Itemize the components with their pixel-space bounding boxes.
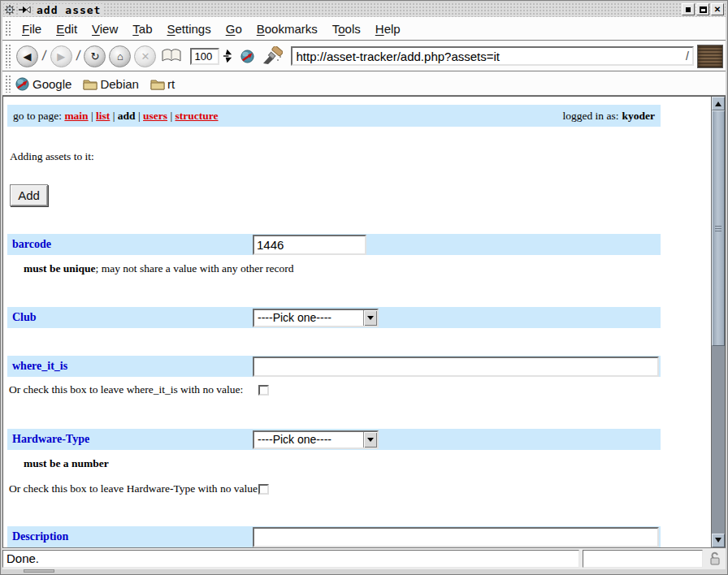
pin-icon[interactable]	[19, 4, 31, 15]
menu-settings[interactable]: Settings	[159, 18, 218, 40]
stop-button[interactable]: ✕	[134, 45, 156, 67]
bookmark-label: Google	[32, 77, 72, 91]
back-button[interactable]: ◀	[16, 45, 38, 67]
paintbrush-icon[interactable]	[262, 46, 283, 66]
zoom-level-value: 100	[194, 50, 212, 63]
url-dropdown-slash: /	[686, 50, 689, 63]
home-icon: ⌂	[117, 50, 124, 63]
field-label: Hardware-Type	[12, 433, 89, 446]
field-label: Club	[12, 311, 37, 324]
thumb-grip-icon	[715, 225, 722, 231]
back-icon: ◀	[24, 50, 32, 63]
html-settings-icon[interactable]	[161, 48, 182, 64]
bookmark-google[interactable]: Google	[15, 76, 72, 92]
reload-button[interactable]: ↻	[84, 45, 106, 67]
titlebar: add asset ✕	[2, 2, 726, 17]
close-icon: ✕	[714, 5, 721, 14]
statusbar: Done.	[2, 548, 726, 569]
toolbar-grip[interactable]	[5, 75, 11, 93]
browser-window: add asset ✕ FileEditViewTabSettingsGoBoo…	[0, 0, 728, 575]
close-button[interactable]: ✕	[711, 3, 724, 15]
menubar: FileEditViewTabSettingsGoBookmarksToolsH…	[2, 17, 726, 41]
forward-icon: ▶	[57, 50, 65, 63]
reload-icon: ↻	[91, 50, 100, 63]
toolbar-separator: /	[75, 48, 81, 64]
page-content: go to page: main | list | add | users | …	[3, 97, 711, 547]
menu-help[interactable]: Help	[368, 18, 408, 40]
chevron-down-icon[interactable]	[363, 310, 377, 326]
window-bottom-edge	[2, 569, 726, 573]
menu-file[interactable]: File	[15, 18, 49, 40]
menu-bookmarks[interactable]: Bookmarks	[249, 18, 325, 40]
arrow-down-icon	[715, 538, 722, 546]
field-note: must be unique; may not share a value wi…	[24, 262, 294, 275]
select-value: ----Pick one----	[254, 432, 363, 447]
home-button[interactable]: ⌂	[109, 45, 131, 67]
toolbar-separator: /	[41, 48, 48, 64]
vertical-scrollbar[interactable]	[711, 97, 725, 547]
menu-edit[interactable]: Edit	[49, 18, 84, 40]
status-aux-panel	[583, 550, 703, 568]
maximize-button[interactable]	[696, 3, 709, 15]
minimize-icon	[686, 7, 691, 12]
menu-tab[interactable]: Tab	[125, 18, 159, 40]
field-label: where_it_is	[12, 360, 67, 373]
scrollbar-thumb[interactable]	[712, 110, 725, 346]
field-note: must be a number	[24, 457, 109, 470]
where_it_is-input[interactable]	[253, 357, 659, 377]
club-select[interactable]: ----Pick one----	[253, 309, 379, 327]
bookmarks-bar: Google Debian rt	[2, 71, 726, 96]
arrow-up-icon	[715, 98, 722, 106]
zoom-level-input[interactable]: 100	[190, 48, 219, 65]
gauge-globe-icon[interactable]	[240, 49, 255, 64]
bookmark-rt[interactable]: rt	[150, 77, 175, 91]
toolbar-grip[interactable]	[5, 20, 11, 37]
stop-icon: ✕	[141, 50, 150, 63]
konqueror-logo	[697, 45, 723, 68]
chevron-down-icon[interactable]	[363, 432, 377, 447]
minimize-button[interactable]	[682, 3, 695, 15]
scroll-up-button[interactable]	[712, 97, 725, 110]
toolbar: ◀/▶/↻⌂✕ 100	[2, 41, 726, 71]
status-text: Done.	[6, 551, 39, 565]
bookmark-label: rt	[167, 77, 175, 91]
toolbar-grip[interactable]	[5, 44, 11, 68]
folder-icon	[150, 78, 165, 90]
maximize-icon	[700, 6, 707, 13]
hardware-type-select[interactable]: ----Pick one----	[253, 430, 379, 449]
menu-go[interactable]: Go	[219, 18, 249, 40]
field-label: barcode	[12, 238, 51, 251]
barcode-input[interactable]	[253, 235, 366, 255]
scroll-down-button[interactable]	[712, 534, 725, 547]
where_it_is-no-value-checkbox[interactable]	[258, 385, 269, 396]
security-lock-icon	[707, 551, 723, 567]
resize-nub[interactable]	[24, 569, 54, 573]
select-value: ----Pick one----	[254, 310, 363, 326]
field-label: Description	[12, 530, 68, 543]
status-message-panel: Done.	[2, 550, 579, 568]
menu-tools[interactable]: Tools	[325, 18, 368, 40]
bookmark-label: Debian	[100, 77, 139, 91]
description-input[interactable]	[253, 527, 659, 547]
folder-icon	[83, 78, 98, 90]
forward-button[interactable]: ▶	[50, 45, 72, 67]
url-bar[interactable]: http://asset-tracker/add.php?assets=it /	[291, 46, 694, 66]
zoom-spin-icon[interactable]	[223, 47, 233, 65]
window-title: add asset	[33, 4, 104, 16]
bookmark-debian[interactable]: Debian	[83, 77, 139, 91]
url-text: http://asset-tracker/add.php?assets=it	[296, 50, 686, 63]
app-gear-icon	[4, 4, 16, 15]
page-viewport: go to page: main | list | add | users | …	[2, 96, 726, 548]
hardware-type-no-value-checkbox[interactable]	[258, 484, 269, 495]
globe-icon	[15, 76, 30, 92]
menu-view[interactable]: View	[84, 18, 125, 40]
no-value-checkbox-label: Or check this box to leave where_it_is w…	[9, 383, 243, 396]
no-value-checkbox-label: Or check this box to leave Hardware-Type…	[9, 482, 261, 495]
